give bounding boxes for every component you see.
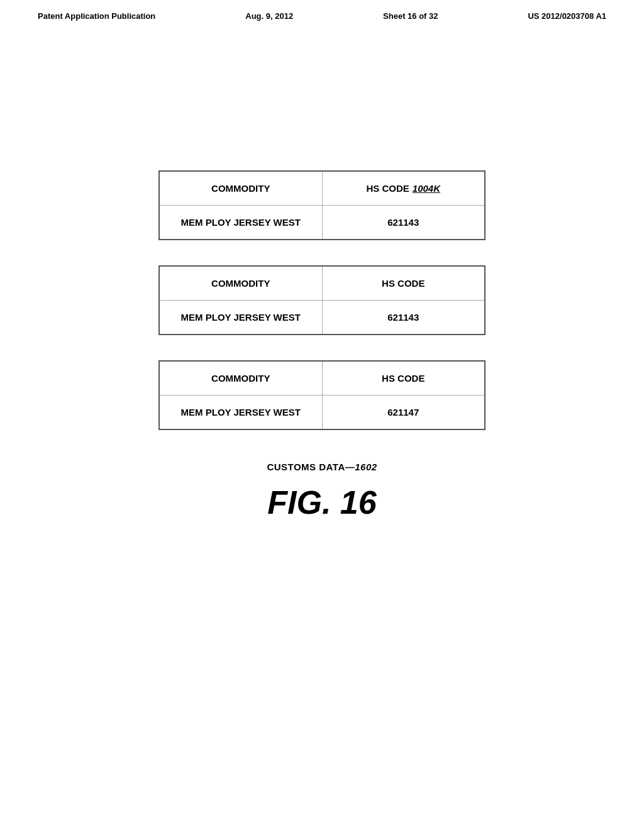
header-patent: US 2012/0203708 A1 xyxy=(528,11,606,21)
table-cell-hscode-1: HS CODE 1004K xyxy=(323,172,485,205)
table-data-row-2: MEM PLOY JERSEY WEST 621143 xyxy=(160,301,484,334)
header-date: Aug. 9, 2012 xyxy=(245,11,293,21)
header-sheet: Sheet 16 of 32 xyxy=(383,11,438,21)
table-cell-commodity-1: COMMODITY xyxy=(160,172,323,205)
bottom-section: CUSTOMS DATA—1602 FIG. 16 xyxy=(267,462,377,521)
customs-dash: — xyxy=(345,462,355,472)
table-3: COMMODITY HS CODE MEM PLOY JERSEY WEST 6… xyxy=(158,360,486,430)
table-cell-commodity-val-2: MEM PLOY JERSEY WEST xyxy=(160,301,323,334)
table-2: COMMODITY HS CODE MEM PLOY JERSEY WEST 6… xyxy=(158,265,486,335)
header-left: Patent Application Publication xyxy=(38,11,155,21)
table-1: COMMODITY HS CODE 1004K MEM PLOY JERSEY … xyxy=(158,170,486,240)
fig-label: FIG. 16 xyxy=(267,484,376,521)
table-cell-commodity-3: COMMODITY xyxy=(160,362,323,395)
header: Patent Application Publication Aug. 9, 2… xyxy=(0,0,644,32)
customs-data-label: CUSTOMS DATA—1602 xyxy=(267,462,377,472)
table-cell-hscode-val-2: 621143 xyxy=(323,301,485,334)
table-cell-commodity-2: COMMODITY xyxy=(160,267,323,300)
table-cell-commodity-val-1: MEM PLOY JERSEY WEST xyxy=(160,206,323,239)
customs-text: CUSTOMS DATA xyxy=(267,462,345,472)
table-cell-hscode-val-3: 621147 xyxy=(323,396,485,429)
table-cell-hscode-val-1: 621143 xyxy=(323,206,485,239)
table-cell-commodity-val-3: MEM PLOY JERSEY WEST xyxy=(160,396,323,429)
table-cell-hscode-3: HS CODE xyxy=(323,362,485,395)
table-row: COMMODITY HS CODE 1004K xyxy=(160,172,484,206)
hs-label-1: HS CODE xyxy=(366,183,409,194)
table-data-row-1: MEM PLOY JERSEY WEST 621143 xyxy=(160,206,484,239)
customs-number: 1602 xyxy=(355,462,377,472)
hs-bold-1: 1004K xyxy=(413,183,440,194)
table-cell-hscode-2: HS CODE xyxy=(323,267,485,300)
table-data-row-3: MEM PLOY JERSEY WEST 621147 xyxy=(160,396,484,429)
table-row: COMMODITY HS CODE xyxy=(160,362,484,396)
main-content: COMMODITY HS CODE 1004K MEM PLOY JERSEY … xyxy=(0,32,644,521)
table-row: COMMODITY HS CODE xyxy=(160,267,484,301)
